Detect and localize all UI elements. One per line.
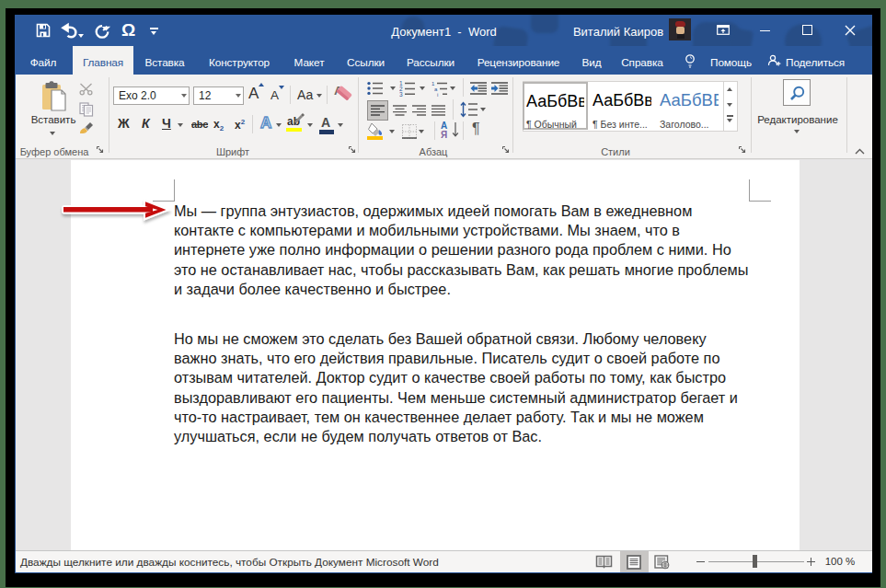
svg-text:i: i xyxy=(437,92,438,98)
svg-text:3: 3 xyxy=(399,91,403,98)
